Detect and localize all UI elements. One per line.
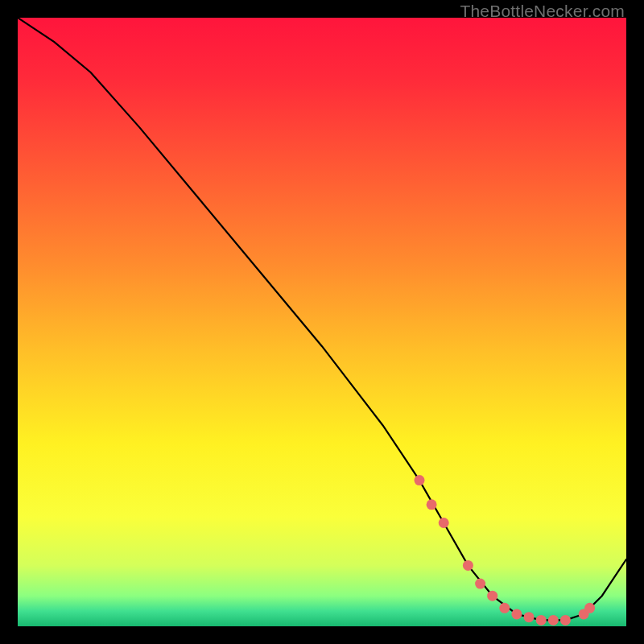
marker-point (524, 612, 535, 622)
marker-point (415, 475, 425, 485)
marker-point (548, 615, 559, 625)
marker-point (463, 560, 473, 571)
marker-point (439, 518, 449, 528)
marker-point (511, 609, 522, 619)
marker-point (536, 615, 547, 625)
gradient-background (18, 18, 626, 626)
marker-point (584, 603, 595, 613)
marker-point (499, 603, 510, 613)
marker-point (475, 579, 485, 589)
marker-point (427, 499, 437, 510)
watermark-text: TheBottleNecker.com (460, 2, 625, 21)
marker-point (487, 591, 497, 601)
marker-point (560, 615, 571, 625)
chart-frame (18, 18, 626, 626)
chart-svg (18, 18, 626, 626)
